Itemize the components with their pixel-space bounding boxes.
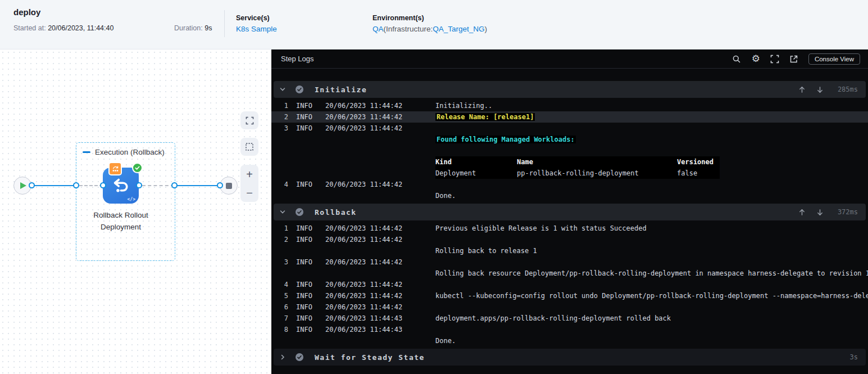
section-duration: 372ms bbox=[834, 208, 858, 216]
scroll-top-icon[interactable] bbox=[798, 86, 806, 93]
search-icon[interactable] bbox=[732, 54, 742, 64]
log-row: Found following Managed Workloads: bbox=[271, 134, 868, 145]
header-divider bbox=[224, 10, 225, 37]
log-row: 4 INFO 20/06/2023 11:44:42 bbox=[271, 179, 868, 190]
log-row: 3 INFO 20/06/2023 11:44:42 bbox=[271, 256, 868, 268]
log-level: INFO bbox=[296, 223, 319, 234]
log-section-rollback: Rollback 372ms 1 INFO 20/06/2023 11:44:4… bbox=[271, 204, 868, 346]
cell-versioned: false bbox=[677, 168, 716, 179]
log-body: Initialize 285ms 1 INFO 20/06/2023 11:44… bbox=[271, 69, 868, 374]
port bbox=[217, 182, 223, 188]
port bbox=[29, 182, 35, 188]
play-icon bbox=[20, 182, 26, 189]
log-timestamp: 20/06/2023 11:44:42 bbox=[325, 279, 408, 290]
section-header-wait-for-steady-state[interactable]: Wait for Steady State 3s bbox=[274, 349, 866, 366]
log-level: INFO bbox=[296, 123, 319, 134]
chevron-down-icon[interactable] bbox=[279, 86, 287, 93]
infrastructure-link[interactable]: QA_Target_NG bbox=[433, 25, 484, 33]
scroll-bottom-icon[interactable] bbox=[816, 209, 824, 216]
log-level: INFO bbox=[296, 100, 319, 111]
collapse-group-icon[interactable] bbox=[83, 151, 90, 153]
page-title: deploy bbox=[13, 7, 40, 17]
log-row: 5 INFO 20/06/2023 11:44:42 kubectl --kub… bbox=[271, 290, 868, 301]
col-name: Name bbox=[517, 156, 677, 168]
line-number: 5 bbox=[280, 290, 288, 301]
line-number: 3 bbox=[280, 256, 288, 268]
service-link[interactable]: K8s Sample bbox=[236, 25, 277, 33]
zoom-out-button[interactable]: − bbox=[246, 187, 253, 199]
log-row: 8 INFO 20/06/2023 11:44:43 bbox=[271, 324, 868, 335]
log-row-highlighted: 2 INFO 20/06/2023 11:44:42 Release Name:… bbox=[271, 111, 868, 123]
log-message: Done. bbox=[435, 190, 868, 201]
line-number: 1 bbox=[280, 223, 288, 234]
chevron-right-icon[interactable] bbox=[279, 354, 287, 361]
port bbox=[136, 182, 142, 188]
workload-table-header: KindNameVersioned bbox=[435, 156, 720, 168]
env-infra-prefix: (Infrastructure: bbox=[384, 25, 433, 33]
line-number: 8 bbox=[280, 324, 288, 335]
duration-value: 9s bbox=[204, 24, 212, 32]
log-message: Rolling back to release 1 bbox=[435, 245, 868, 256]
marquee-select-icon bbox=[245, 142, 254, 151]
step-node-label: Rollback Rollout Deployment bbox=[76, 209, 166, 233]
log-row: Done. bbox=[271, 190, 868, 201]
edge-start-to-group bbox=[31, 185, 76, 186]
pipeline-canvas[interactable]: Execution (Rollback) bbox=[0, 49, 271, 374]
chevron-down-icon[interactable] bbox=[279, 209, 287, 215]
section-header-initialize[interactable]: Initialize 285ms bbox=[274, 81, 866, 98]
gear-icon[interactable]: ⚙ bbox=[751, 54, 761, 64]
zoom-in-button[interactable]: + bbox=[246, 169, 253, 180]
log-level: INFO bbox=[296, 234, 319, 245]
log-section-initialize: Initialize 285ms 1 INFO 20/06/2023 11:44… bbox=[271, 81, 868, 201]
fullscreen-icon bbox=[246, 116, 254, 125]
log-timestamp: 20/06/2023 11:44:42 bbox=[325, 234, 408, 245]
cell-name: pp-rollback-rolling-deployment bbox=[517, 168, 677, 179]
expand-icon[interactable] bbox=[770, 54, 780, 64]
log-row-blank bbox=[271, 145, 868, 156]
environments-label: Environment(s) bbox=[372, 14, 487, 22]
log-level: INFO bbox=[296, 290, 319, 301]
stop-icon bbox=[226, 183, 232, 189]
section-header-rollback[interactable]: Rollback 372ms bbox=[274, 204, 866, 220]
scroll-bottom-icon[interactable] bbox=[816, 86, 824, 93]
log-level: INFO bbox=[296, 301, 319, 313]
environment-link[interactable]: QA bbox=[372, 25, 384, 33]
log-message: Initializing.. bbox=[435, 100, 868, 111]
check-circle-icon bbox=[295, 353, 304, 362]
log-row: Rolling back to release 1 bbox=[271, 245, 868, 256]
log-message: Done. bbox=[435, 335, 868, 346]
cell-kind: Deployment bbox=[435, 168, 517, 179]
check-icon bbox=[134, 165, 140, 171]
log-timestamp: 20/06/2023 11:44:42 bbox=[325, 256, 408, 268]
step-type-badge bbox=[108, 162, 122, 175]
canvas-select-button[interactable] bbox=[240, 138, 258, 156]
line-number: 6 bbox=[280, 301, 288, 313]
port bbox=[171, 182, 178, 188]
started-label: Started at: bbox=[13, 24, 46, 32]
log-message bbox=[435, 324, 868, 335]
group-label-text: Execution (Rollback) bbox=[95, 148, 165, 156]
log-section-wait-for-steady-state: Wait for Steady State 3s bbox=[271, 349, 868, 366]
log-message: Previous eligible Release is 1 with stat… bbox=[435, 223, 868, 234]
console-view-button[interactable]: Console View bbox=[808, 53, 860, 65]
port bbox=[73, 182, 79, 188]
log-row: Rolling back resource Deployment/pp-roll… bbox=[271, 268, 868, 279]
services-block: Service(s) K8s Sample bbox=[236, 14, 277, 33]
external-link-icon[interactable] bbox=[789, 54, 799, 64]
rollback-step-node[interactable]: </> bbox=[103, 168, 139, 204]
rollout-icon bbox=[112, 165, 119, 173]
duration-label: Duration: bbox=[174, 24, 203, 32]
env-suffix: ) bbox=[485, 25, 488, 33]
line-number: 1 bbox=[280, 100, 288, 111]
workload-table-row: Deploymentpp-rollback-rolling-deployment… bbox=[435, 168, 720, 179]
scroll-top-icon[interactable] bbox=[798, 209, 806, 216]
release-name-highlight: Release Name: [release1] bbox=[435, 113, 535, 121]
line-number: 2 bbox=[280, 234, 288, 245]
log-row-table-header: KindNameVersioned bbox=[271, 156, 868, 168]
canvas-fullscreen-button[interactable] bbox=[240, 111, 258, 129]
log-row-table-data: Deploymentpp-rollback-rolling-deployment… bbox=[271, 168, 868, 179]
log-timestamp: 20/06/2023 11:44:42 bbox=[325, 100, 408, 111]
log-message bbox=[435, 234, 868, 245]
started-value: 20/06/2023, 11:44:40 bbox=[48, 24, 113, 32]
log-timestamp: 20/06/2023 11:44:42 bbox=[325, 123, 408, 134]
